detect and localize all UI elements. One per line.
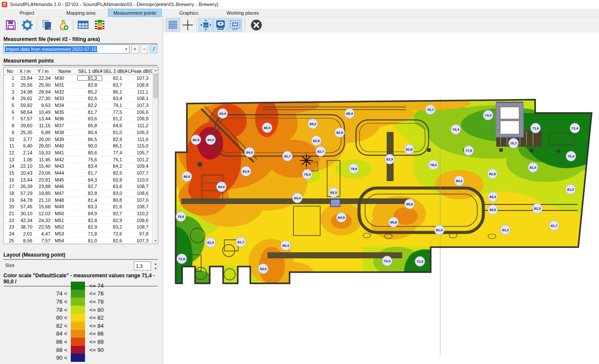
measurement-marker[interactable]: 82,7 — [316, 147, 326, 157]
table-cell[interactable]: 108,6 — [127, 218, 153, 223]
table-cell[interactable]: 83,9 — [102, 177, 127, 182]
table-cell[interactable]: 39,60 — [16, 123, 34, 128]
remove-measurement-file-button[interactable]: − — [141, 44, 148, 53]
measurement-marker[interactable]: 86,9 — [262, 123, 272, 133]
table-cell[interactable]: 107,3 — [127, 75, 153, 81]
grid-toggle-button[interactable] — [166, 18, 180, 31]
table-cell[interactable]: 75,1 — [102, 157, 127, 162]
table-cell[interactable]: 82,8 — [77, 82, 102, 88]
table-cell[interactable]: 77,5 — [102, 110, 127, 115]
table-cell[interactable]: 82,5 — [77, 96, 102, 101]
table-cell[interactable]: 20,43 — [16, 170, 34, 176]
table-cell[interactable]: M32 — [52, 89, 77, 94]
table-cell[interactable]: M43 — [52, 163, 77, 169]
table-row[interactable]: 2130,1012,02M5084,982,7110,2 — [4, 210, 153, 217]
table-cell[interactable]: M46 — [52, 184, 77, 189]
table-cell[interactable]: M33 — [52, 96, 77, 101]
tab-mapping-area[interactable]: Mapping area — [54, 9, 108, 17]
table-cell[interactable]: 23,81 — [34, 177, 52, 182]
table-cell[interactable]: 10 — [4, 137, 16, 142]
table-cell[interactable]: 82,9 — [77, 224, 102, 229]
table-cell[interactable]: 97,8 — [127, 231, 153, 236]
table-cell[interactable]: 13 — [4, 157, 16, 162]
table-cell[interactable]: 25,56 — [16, 82, 34, 88]
table-cell[interactable]: 25,35 — [16, 130, 34, 135]
table-cell[interactable]: 27,30 — [34, 96, 52, 101]
measurement-marker[interactable]: 85,2 — [308, 119, 318, 129]
measurement-marker[interactable]: 80,6 — [182, 172, 192, 182]
table-cell[interactable]: 81,0 — [77, 238, 102, 243]
table-cell[interactable]: 23 — [4, 224, 16, 229]
table-row[interactable]: 131,0611,45M4275,675,1101,2 — [4, 156, 153, 163]
table-cell[interactable]: 83,2 — [102, 224, 127, 229]
measurement-marker[interactable]: 83,6 — [488, 205, 498, 215]
table-cell[interactable]: 17 — [4, 184, 16, 189]
measurement-marker[interactable]: 84,0 — [217, 182, 227, 192]
table-cell[interactable]: 81,7 — [77, 170, 102, 176]
table-cell[interactable]: 24,32 — [34, 218, 52, 223]
table-cell[interactable]: 107,3 — [127, 103, 153, 108]
table-row[interactable]: 225,5625,90M3182,883,7108,8 — [4, 82, 153, 89]
table-row[interactable]: 1726,3923,88M4682,783,6108,7 — [4, 183, 153, 190]
measurement-marker[interactable]: 72,5 — [415, 257, 425, 267]
measurement-marker[interactable]: 77,5 — [464, 146, 474, 156]
table-cell[interactable]: 15,68 — [34, 204, 52, 209]
table-cell[interactable]: 21,10 — [34, 198, 52, 203]
table-cell[interactable]: 13,44 — [34, 116, 52, 121]
table-cell[interactable]: 9,63 — [34, 103, 52, 108]
measurement-marker[interactable]: 75,6 — [176, 212, 186, 222]
table-cell[interactable]: 108,7 — [127, 184, 153, 189]
table-cell[interactable]: M45 — [52, 177, 77, 182]
measurement-marker[interactable]: 81,2 — [566, 185, 576, 195]
table-cell[interactable]: 26,39 — [16, 184, 34, 189]
tab-graphics[interactable]: Graphics — [162, 9, 216, 17]
table-cell[interactable]: 77,4 — [102, 150, 127, 155]
add-measurement-file-button[interactable]: + — [131, 44, 139, 53]
table-cell[interactable]: 101,2 — [127, 157, 153, 162]
table-cell[interactable]: 38,70 — [16, 224, 34, 229]
table-row[interactable]: 123,8422,34M3081,382,1107,3 — [4, 75, 153, 82]
table-cell[interactable]: 110,2 — [127, 211, 153, 216]
table-cell[interactable]: 84,9 — [77, 211, 102, 216]
table-cell[interactable]: 4,47 — [34, 231, 52, 236]
measurement-marker[interactable]: 76,4 — [451, 125, 461, 135]
table-cell[interactable]: 80,4 — [77, 130, 102, 135]
table-cell[interactable]: 4 — [4, 96, 16, 101]
table-cell[interactable]: 82,2 — [77, 103, 102, 108]
table-cell[interactable]: 107,0 — [127, 198, 153, 203]
measurement-marker[interactable]: 83,6 — [259, 264, 268, 274]
table-cell[interactable]: 86,1 — [102, 89, 127, 94]
tab-project[interactable]: Project — [0, 9, 54, 17]
tab-measurement-points[interactable]: Measurement points — [108, 9, 162, 17]
table-row[interactable]: 559,829,63M3482,279,1107,3 — [4, 102, 153, 109]
table-cell[interactable]: 81,3 — [77, 75, 102, 81]
measurement-marker[interactable]: 76,7 — [509, 138, 519, 148]
table-cell[interactable]: M39 — [52, 137, 77, 142]
table-cell[interactable]: 1 — [4, 75, 16, 81]
table-row[interactable]: 925,356,89M3880,481,0106,3 — [4, 129, 153, 136]
measurement-marker[interactable]: 81,7 — [549, 221, 559, 231]
table-cell[interactable]: 22,10 — [16, 163, 34, 169]
table-cell[interactable]: 14 — [4, 163, 16, 169]
copy-sheet-button[interactable] — [40, 18, 54, 31]
tab-working-places[interactable]: Working places — [216, 9, 270, 17]
table-cell[interactable]: 15,40 — [34, 163, 52, 169]
measurement-marker[interactable]: 82,8 — [241, 166, 251, 176]
table-cell[interactable]: 72,6 — [102, 231, 127, 236]
table-cell[interactable]: 19,33 — [34, 150, 52, 155]
measurement-marker[interactable]: 81,7 — [283, 151, 293, 161]
table-row[interactable]: 1613,4423,81M4584,383,9110,0 — [4, 176, 153, 183]
table-cell[interactable]: 82,7 — [77, 184, 102, 189]
table-cell[interactable]: 110,0 — [127, 177, 153, 182]
table-cell[interactable]: 111,1 — [127, 89, 153, 94]
table-cell[interactable]: 85,8 — [77, 123, 102, 128]
scroll-down-icon[interactable]: ▼ — [153, 238, 158, 244]
measurement-marker[interactable]: 71,8 — [177, 254, 187, 264]
table-cell[interactable]: 57,29 — [16, 191, 34, 196]
measurement-marker[interactable]: 78,4 — [303, 169, 312, 179]
size-input[interactable]: 1,3 — [134, 261, 151, 270]
selection-rectangle[interactable] — [331, 199, 340, 207]
table-cell[interactable]: 6 — [4, 110, 16, 115]
measurement-marker[interactable]: 90,0 — [206, 135, 216, 145]
measurement-marker[interactable]: 74,0 — [483, 110, 493, 120]
